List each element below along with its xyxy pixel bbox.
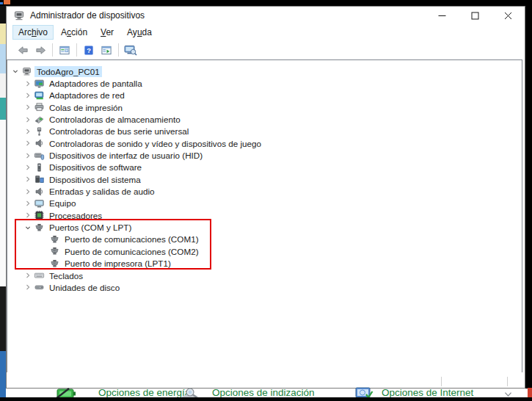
tree-item-controladoras-de-sonido[interactable]: Controladoras de sonido y vídeo y dispos…	[7, 137, 522, 149]
window-controls	[426, 7, 525, 25]
back-button[interactable]	[14, 43, 32, 58]
tree-item-adaptadores-de-pantalla[interactable]: Adaptadores de pantalla	[7, 77, 522, 89]
toolbar-separator	[118, 43, 119, 57]
control-panel-link-indizacion[interactable]: Opciones de indización	[212, 387, 315, 398]
back-icon	[17, 45, 29, 56]
menu-ayuda[interactable]: Ayuda	[121, 25, 158, 40]
tree-item-unidades-de-disco[interactable]: Unidades de disco	[7, 281, 522, 293]
tree-item-label: Controladoras de sonido y vídeo y dispos…	[47, 138, 263, 149]
chevron-right-icon[interactable]	[23, 102, 33, 112]
menu-label-part: Ay	[127, 27, 137, 37]
usb-controller-icon	[33, 126, 45, 137]
background-window-sliver	[0, 6, 6, 24]
chevron-right-icon[interactable]	[23, 282, 33, 292]
tree-item-dispositivos-hid[interactable]: Dispositivos de interfaz de usuario (HID…	[7, 149, 522, 161]
tree-item-dispositivos-del-sistema[interactable]: Dispositivos del sistema	[7, 173, 522, 185]
menu-label-part: A	[61, 27, 67, 37]
tree-item-label: TodoAgro_PC01	[34, 66, 102, 77]
console-tree-icon	[59, 45, 70, 56]
menu-archivo[interactable]: Archivo	[12, 25, 54, 40]
tree-item-label: Adaptadores de pantalla	[47, 78, 145, 89]
status-bar	[7, 372, 525, 388]
console-tree-pane: TodoAgro_PC01Adaptadores de pantallaAdap…	[7, 59, 522, 373]
close-button[interactable]	[492, 7, 525, 25]
hid-icon	[33, 150, 45, 161]
chevron-right-icon[interactable]	[23, 151, 33, 161]
chevron-right-icon[interactable]	[23, 79, 33, 89]
print-queue-icon	[33, 102, 45, 113]
background-chip	[0, 2, 3, 4]
toolbar: ?	[7, 40, 525, 59]
menu-label-part: u	[137, 27, 142, 37]
tree-item-label: Adaptadores de red	[47, 90, 127, 101]
help-button[interactable]: ?	[80, 43, 98, 58]
menu-label-part: h	[32, 27, 37, 37]
menu-accion[interactable]: Acción	[55, 25, 93, 40]
network-adapter-icon	[33, 90, 45, 101]
tree-item-label: Dispositivos de interfaz de usuario (HID…	[47, 150, 205, 161]
show-console-tree-button[interactable]	[56, 43, 73, 58]
chevron-right-icon[interactable]	[23, 138, 33, 148]
control-panel-link-internet[interactable]: Opciones de Internet	[382, 387, 473, 398]
minimize-button[interactable]	[426, 7, 459, 25]
scan-hardware-button[interactable]	[122, 43, 139, 58]
chevron-right-icon[interactable]	[23, 198, 33, 209]
tree-item-colas-de-impresion[interactable]: Colas de impresión	[7, 101, 522, 113]
status-bar-divider	[507, 377, 508, 386]
chevron-right-icon[interactable]	[23, 126, 33, 137]
port-icon	[48, 258, 61, 269]
tree-item-teclados[interactable]: Teclados	[7, 270, 522, 281]
chevron-right-icon[interactable]	[23, 174, 33, 184]
audio-io-icon	[33, 186, 45, 197]
tree-item-label: Puerto de comunicaciones (COM1)	[62, 234, 201, 245]
port-icon	[48, 246, 61, 257]
tree-item-puerto-com1[interactable]: Puerto de comunicaciones (COM1)	[7, 234, 522, 245]
background-window-sliver	[0, 73, 6, 98]
tree-item-puerto-com2[interactable]: Puerto de comunicaciones (COM2)	[7, 245, 522, 257]
properties-icon	[101, 45, 112, 56]
menu-ver[interactable]: Ver	[95, 25, 120, 40]
expander-spacer	[38, 259, 48, 269]
maximize-button[interactable]	[459, 7, 492, 25]
chevron-right-icon[interactable]	[23, 187, 33, 197]
tree-item-label: Entradas y salidas de audio	[47, 186, 157, 197]
forward-button[interactable]	[32, 43, 49, 58]
tree-item-controladoras-de-almacenamiento[interactable]: Controladoras de almacenamiento	[7, 113, 522, 125]
chevron-right-icon[interactable]	[23, 210, 33, 220]
chevron-right-icon[interactable]	[23, 162, 33, 173]
properties-button[interactable]	[98, 43, 115, 58]
menu-label-part: ivo	[37, 27, 48, 37]
tree-item-procesadores[interactable]: Procesadores	[7, 209, 522, 221]
tree-item-label: Dispositivos del sistema	[47, 174, 143, 185]
storage-controller-icon	[33, 114, 45, 125]
tree-item-puertos-com-y-lpt[interactable]: Puertos (COM y LPT)	[7, 221, 522, 233]
background-chip	[4, 0, 10, 4]
chevron-down-icon[interactable]	[23, 223, 33, 233]
menu-label-part: Arc	[18, 27, 32, 37]
chevron-down-icon[interactable]	[10, 66, 21, 76]
port-icon	[33, 222, 45, 233]
chevron-right-icon[interactable]	[23, 115, 33, 125]
tree-item-label: Colas de impresión	[47, 102, 125, 113]
sound-controller-icon	[33, 138, 45, 149]
tree-item-entradas-y-salidas-de-audio[interactable]: Entradas y salidas de audio	[7, 185, 522, 197]
tree-item-puerto-lpt1[interactable]: Puerto de impresora (LPT1)	[7, 258, 522, 270]
window-title: Administrador de dispositivos	[30, 10, 145, 21]
menu-label-part: ción	[71, 27, 87, 37]
tree-item-adaptadores-de-red[interactable]: Adaptadores de red	[7, 90, 522, 101]
tree-item-label: Puerto de impresora (LPT1)	[62, 258, 173, 269]
tree-item-label: Equipo	[47, 198, 78, 209]
tree-item-equipo[interactable]: Equipo	[7, 198, 522, 209]
help-icon: ?	[83, 45, 95, 56]
tree-item-label: Unidades de disco	[47, 282, 122, 293]
tree-item-dispositivos-de-software[interactable]: Dispositivos de software	[7, 162, 522, 173]
software-device-icon	[33, 162, 45, 173]
tree-item-todoagro-pc01[interactable]: TodoAgro_PC01	[7, 65, 522, 77]
control-panel-link-energia[interactable]: Opciones de energía	[98, 387, 190, 398]
chevron-right-icon[interactable]	[23, 270, 33, 281]
background-window-sliver	[0, 24, 6, 44]
menu-label-part: er	[106, 27, 114, 37]
tree-item-label: Dispositivos de software	[47, 162, 144, 173]
tree-item-controladoras-de-bus-serie-universal[interactable]: Controladoras de bus serie universal	[7, 126, 522, 137]
chevron-right-icon[interactable]	[23, 90, 33, 101]
